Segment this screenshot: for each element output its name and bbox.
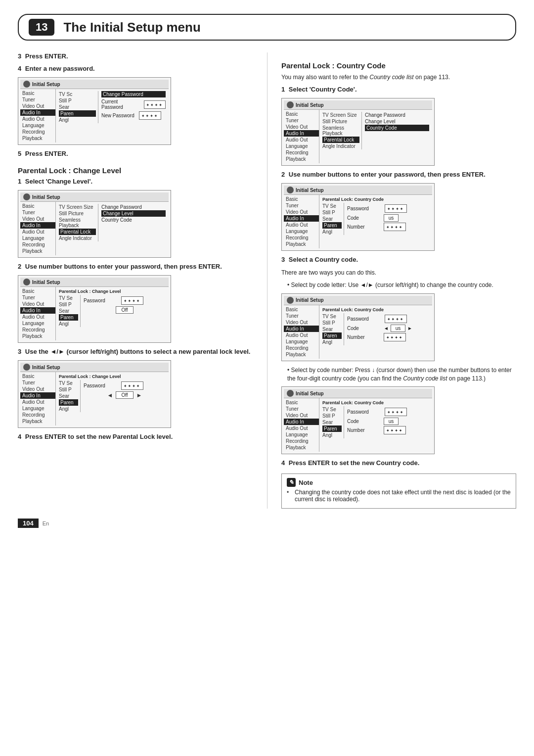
cls-sear: Sear bbox=[59, 393, 78, 399]
sidebar-audioout: Audio Out bbox=[20, 116, 55, 122]
sidebar-cc-recording: Recording bbox=[284, 149, 319, 156]
step-cc-1-text: Select 'Country Code'. bbox=[289, 86, 357, 93]
ccp-angl: Angl bbox=[322, 229, 342, 235]
cls-paren: Paren bbox=[59, 399, 78, 406]
cc-parental: Parental Lock bbox=[322, 137, 359, 143]
level-left-arrow: ◄ bbox=[107, 392, 113, 399]
ui-body-change-password: Basic Tuner Video Out Audio In Audio Out… bbox=[20, 89, 169, 142]
clp-level-row: Off bbox=[84, 306, 166, 314]
sidebar-ccl-audioin: Audio In bbox=[284, 326, 319, 332]
step-cc-4-num: 4 bbox=[281, 459, 285, 467]
cls-angl: Angl bbox=[59, 406, 78, 412]
step-5-text: Press ENTER. bbox=[25, 150, 68, 157]
bullet-code-letter: Select by code letter: Use ◄/► (cursor l… bbox=[287, 281, 516, 289]
ui-title-cc-number: Initial Setup bbox=[284, 389, 432, 398]
cl-still: Still Picture bbox=[59, 210, 96, 217]
step-cl-2-num: 2 bbox=[18, 263, 21, 270]
cls-level-row: ◄ Off ► bbox=[84, 391, 166, 399]
note-icon: ✎ bbox=[287, 478, 296, 487]
ui-col2-clp: Password ✦✦✦✦ Off bbox=[81, 295, 166, 327]
sidebar-cl-playback: Playback bbox=[20, 248, 55, 254]
step-5-num: 5 bbox=[18, 150, 21, 157]
ccl-paren: Paren bbox=[322, 332, 342, 339]
sidebar-cc-language: Language bbox=[284, 143, 319, 149]
cc-still: Still Picture bbox=[322, 118, 359, 125]
ui-cols-cc-menu: TV Screen Size Still Picture Seamless Pl… bbox=[322, 112, 429, 149]
sidebar-cc-videoout: Video Out bbox=[284, 124, 319, 130]
step-cc-4: 4 Press ENTER to set the new Country cod… bbox=[281, 459, 516, 467]
ui-change-level-menu: Initial Setup Basic Tuner Video Out Audi… bbox=[18, 190, 171, 258]
ui-col2-change-password: Change Password Current Password ✦✦✦✦ Ne… bbox=[98, 91, 166, 123]
sidebar-ccn-audioout: Audio Out bbox=[284, 425, 319, 431]
clp-angl: Angl bbox=[59, 321, 78, 327]
note-text-1: Changing the country code does not take … bbox=[295, 489, 511, 503]
ui-body-cc-menu: Basic Tuner Video Out Audio In Audio Out… bbox=[284, 110, 432, 163]
ui-body-cc-pwd: Basic Tuner Video Out Audio In Audio Out… bbox=[284, 195, 432, 248]
cls-submenu-title: Parental Lock : Change Level bbox=[59, 374, 166, 379]
ccp-pwd-value: ✦✦✦✦ bbox=[385, 204, 407, 213]
ui-col2-ccp: Password ✦✦✦✦ Code us Number ✦✦✦✦ bbox=[344, 203, 429, 235]
sidebar-cc-audioout: Audio Out bbox=[284, 137, 319, 143]
ui-title-cc-pwd: Initial Setup bbox=[284, 186, 432, 195]
cl-countrycode: Country Code bbox=[101, 217, 166, 223]
cc-tvscreen: TV Screen Size bbox=[322, 112, 359, 118]
ui-main-cc-number: Parental Lock: Country Code TV Se Still … bbox=[319, 398, 432, 452]
col1-angl: Angl bbox=[59, 117, 96, 123]
sidebar-clp-basic: Basic bbox=[20, 288, 55, 294]
ui-sidebar-cl: Basic Tuner Video Out Audio In Audio Out… bbox=[20, 202, 56, 255]
ui-main-cl-menu: TV Screen Size Still Picture Seamless Pl… bbox=[56, 202, 169, 255]
sidebar-clp-recording: Recording bbox=[20, 327, 55, 333]
ui-country-code-menu: Initial Setup Basic Tuner Video Out Audi… bbox=[281, 98, 435, 166]
ui-title-label: Initial Setup bbox=[32, 82, 60, 87]
sidebar-ccp-tuner: Tuner bbox=[284, 202, 319, 209]
ccn-number-value: ✦✦✦✦ bbox=[384, 426, 406, 434]
page-number: 104 bbox=[18, 519, 39, 528]
ui-main-change-password: TV Sc Still P Sear Paren Angl Change Pas… bbox=[56, 89, 169, 142]
country-code-intro: You may also want to refer to the Countr… bbox=[281, 73, 516, 82]
sidebar-ccp-playback: Playback bbox=[284, 241, 319, 247]
sidebar-ccl-basic: Basic bbox=[284, 306, 319, 313]
ui-cols-cl-pwd: TV Se Still P Sear Paren Angl Password ✦… bbox=[59, 295, 166, 327]
ui-col1-cl: TV Screen Size Still Picture Seamless Pl… bbox=[59, 204, 98, 241]
field-ccl-password: Password ✦✦✦✦ bbox=[347, 315, 429, 323]
ccl-code-row: Code ◄ us ► bbox=[347, 325, 429, 332]
sidebar-cls-tuner: Tuner bbox=[20, 379, 55, 386]
clp-tvse: TV Se bbox=[59, 295, 78, 301]
sidebar-ccl-tuner: Tuner bbox=[284, 313, 319, 319]
sidebar-playback: Playback bbox=[20, 135, 55, 142]
ui-main-cc-letter: Parental Lock: Country Code TV Se Still … bbox=[319, 305, 432, 359]
ui-title-cl-pwd: Initial Setup bbox=[20, 278, 169, 287]
country-code-italic: Country code list bbox=[369, 74, 413, 81]
sidebar-clp-audioin: Audio In bbox=[20, 307, 55, 314]
ccp-sear: Sear bbox=[322, 216, 342, 222]
step-cl-4-num: 4 bbox=[18, 433, 21, 440]
ui-col2-cls: Password ✦✦✦✦ ◄ Off ► bbox=[81, 380, 166, 412]
sidebar-ccp-basic: Basic bbox=[284, 196, 319, 202]
sidebar-clp-language: Language bbox=[20, 320, 55, 327]
ccl-angl: Angl bbox=[322, 339, 342, 345]
ui-cl-select: Initial Setup Basic Tuner Video Out Audi… bbox=[18, 360, 171, 428]
current-pwd-value: ✦✦✦✦ bbox=[144, 100, 166, 109]
ui-cl-password: Initial Setup Basic Tuner Video Out Audi… bbox=[18, 275, 171, 343]
ui-main-cc-pwd: Parental Lock: Country Code TV Se Still … bbox=[319, 195, 432, 248]
sidebar-ccl-videoout: Video Out bbox=[284, 319, 319, 326]
ui-sidebar-cl-pwd: Basic Tuner Video Out Audio In Audio Out… bbox=[20, 287, 56, 340]
ccp-tvse: TV Se bbox=[322, 203, 342, 209]
ccn-code-row: Code us bbox=[347, 418, 429, 425]
sidebar-ccn-audioin: Audio In bbox=[284, 419, 319, 425]
ccp-submenu-title: Parental Lock: Country Code bbox=[322, 197, 429, 202]
sidebar-clp-audioout: Audio Out bbox=[20, 314, 55, 320]
ccp-code-label: Code bbox=[347, 215, 382, 221]
cl-submenu-title: Parental Lock : Change Level bbox=[59, 289, 166, 294]
cl-changepwd: Change Password bbox=[101, 204, 166, 210]
sidebar-ccn-recording: Recording bbox=[284, 438, 319, 444]
sidebar-cls-playback: Playback bbox=[20, 418, 55, 425]
current-pwd-label: Current Password bbox=[101, 99, 141, 110]
ccn-submenu-title: Parental Lock: Country Code bbox=[322, 400, 429, 405]
ccp-number-row: Number ✦✦✦✦ bbox=[347, 223, 429, 231]
ui-sidebar-cl-sel: Basic Tuner Video Out Audio In Audio Out… bbox=[20, 372, 56, 425]
cl-changelevel: Change Level bbox=[101, 210, 166, 217]
setup-icon-cl bbox=[23, 193, 30, 200]
ccl-number-label: Number bbox=[347, 334, 382, 340]
ui-cl-sel-label: Initial Setup bbox=[32, 365, 60, 370]
